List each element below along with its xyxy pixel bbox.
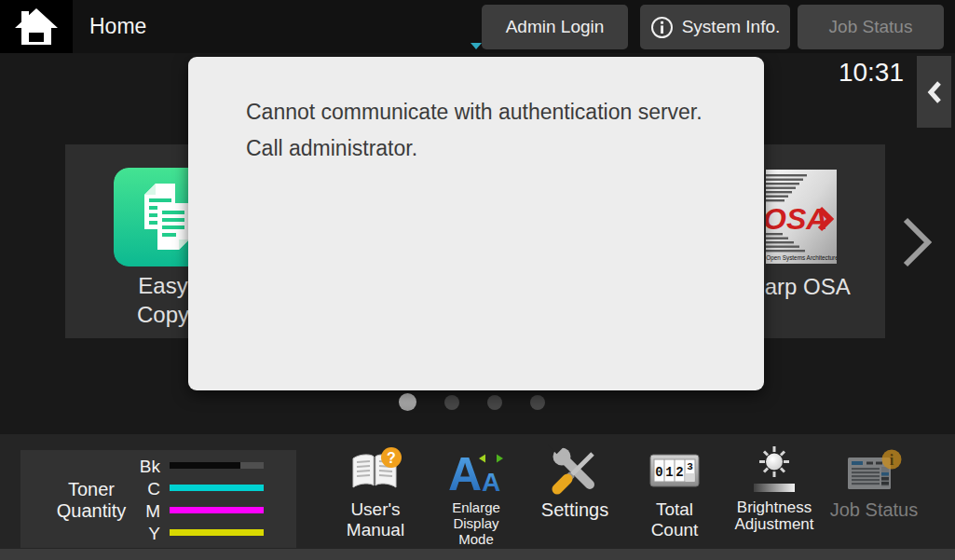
error-message-line1: Cannot communicate with authentication s… (246, 94, 727, 130)
settings-label: Settings (524, 499, 626, 520)
toner-bar-bk (170, 462, 264, 469)
brightness-adjustment-label: Brightness Adjustment (723, 499, 825, 533)
job-status-icon: i (846, 448, 902, 493)
page-dot-3[interactable] (487, 395, 502, 410)
toner-label-y: Y (119, 524, 160, 544)
page-dot-2[interactable] (444, 395, 459, 410)
svg-text:A: A (448, 448, 482, 493)
svg-text:1: 1 (665, 465, 673, 480)
toner-label-bk: Bk (119, 457, 160, 477)
left-right-arrow-glyph (479, 455, 503, 463)
total-count-icon: 0 1 2 3 (649, 454, 700, 487)
job-status-button-bottom: i Job Status (823, 442, 925, 520)
job-status-bottom-label: Job Status (823, 499, 925, 520)
users-manual-icon: ? (348, 446, 402, 495)
toner-bar-c (170, 485, 264, 491)
settings-button[interactable]: Settings (524, 442, 626, 520)
job-status-top-label: Job Status (829, 17, 913, 37)
sharp-osa-icon: OSA Open Systems Architecture (766, 170, 837, 264)
page-indicator (399, 393, 545, 411)
system-info-button[interactable]: System Info. (640, 5, 790, 49)
bottom-edge-strip (0, 549, 955, 560)
toner-quantity-panel[interactable]: Toner Quantity Bk C M Y (20, 450, 296, 548)
home-icon (15, 8, 58, 46)
svg-text:OSA: OSA (766, 202, 827, 236)
toner-label-m: M (119, 501, 160, 522)
bottom-bar: Toner Quantity Bk C M Y (0, 434, 955, 560)
error-dialog: Cannot communicate with authentication s… (188, 57, 764, 390)
next-page-arrow[interactable] (899, 216, 935, 268)
home-button[interactable] (0, 0, 73, 53)
home-dropdown-triangle-icon[interactable] (471, 43, 482, 49)
collapse-panel-tab[interactable] (917, 56, 951, 128)
total-count-button[interactable]: 0 1 2 3 Total Count (623, 442, 726, 540)
svg-text:2: 2 (675, 465, 683, 480)
enlarge-display-icon: A A (448, 448, 504, 493)
page-dot-1[interactable] (399, 393, 416, 411)
total-count-label: Total Count (623, 499, 726, 540)
enlarge-display-mode-button[interactable]: A A Enlarge Display Mode (425, 442, 527, 547)
svg-text:3: 3 (687, 461, 693, 472)
users-manual-button[interactable]: ? User's Manual (324, 442, 427, 540)
chevron-left-icon (926, 80, 943, 104)
users-manual-label: User's Manual (324, 499, 427, 540)
brightness-adjustment-icon (747, 444, 801, 497)
enlarge-display-mode-label: Enlarge Display Mode (425, 499, 527, 547)
page-dot-4[interactable] (530, 395, 545, 410)
system-info-label: System Info. (682, 17, 781, 37)
page-title: Home (89, 14, 146, 39)
error-message-line2: Call administrator. (246, 130, 727, 167)
admin-login-button[interactable]: Admin Login (482, 5, 628, 49)
top-bar: Home Admin Login System Info. Job Status (0, 0, 955, 53)
svg-text:?: ? (387, 450, 396, 466)
settings-icon (548, 444, 602, 497)
brightness-adjustment-button[interactable]: Brightness Adjustment (723, 442, 825, 533)
sharp-mfp-home-screen: Home Admin Login System Info. Job Status… (0, 0, 955, 560)
svg-text:Open Systems Architecture: Open Systems Architecture (766, 254, 837, 262)
clock: 10:31 (801, 58, 904, 88)
svg-text:A: A (482, 468, 500, 493)
svg-text:0: 0 (655, 465, 662, 480)
svg-text:i: i (890, 452, 894, 468)
job-status-button-top: Job Status (798, 5, 944, 49)
toner-bar-m (170, 507, 264, 513)
info-circle-icon (650, 16, 674, 39)
admin-login-label: Admin Login (506, 17, 605, 37)
toner-label-c: C (119, 479, 160, 499)
toner-bar-y (170, 529, 264, 536)
info-badge-icon: i (882, 450, 902, 470)
